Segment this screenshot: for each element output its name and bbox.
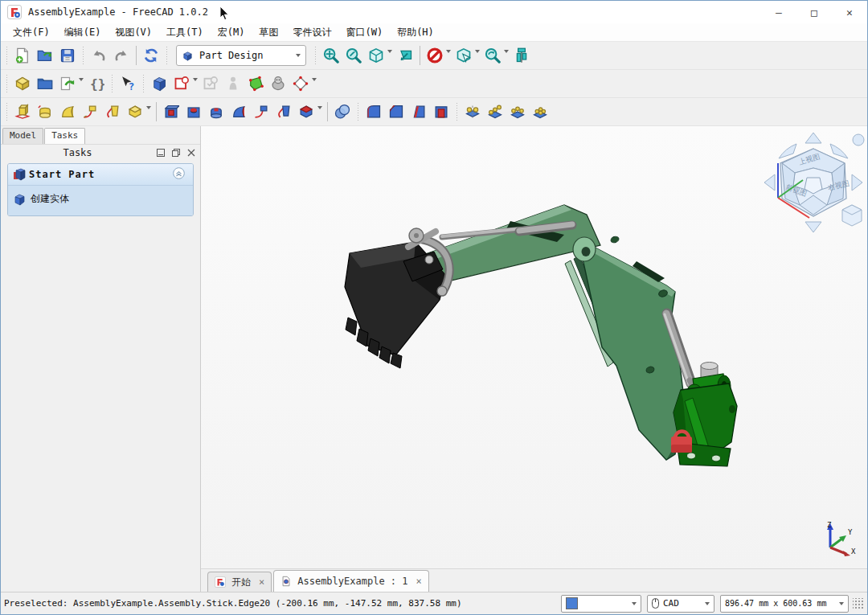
additive-loft-button[interactable] xyxy=(56,100,79,123)
menu-window[interactable]: 窗口(W) xyxy=(338,24,390,41)
3d-viewport[interactable]: 上视图 前视图 右视图 xyxy=(201,126,867,568)
toolbar-grip[interactable] xyxy=(455,103,459,121)
chevron-down-icon[interactable] xyxy=(79,78,84,81)
mdi-tab-0[interactable]: 开始× xyxy=(207,572,272,592)
resize-grip[interactable] xyxy=(853,598,864,609)
create-group-button[interactable] xyxy=(34,72,56,95)
refresh-button[interactable] xyxy=(140,44,162,67)
chevron-down-icon[interactable] xyxy=(312,78,317,81)
zoom-tools-button[interactable] xyxy=(481,44,504,67)
thickness-button[interactable] xyxy=(430,100,452,123)
subtractive-pipe-button[interactable] xyxy=(250,100,272,123)
tab-close-icon[interactable]: × xyxy=(416,576,422,587)
linear-pattern-button[interactable] xyxy=(484,100,506,123)
navigation-cube[interactable]: 上视图 前视图 右视图 xyxy=(761,131,866,237)
hole-button[interactable] xyxy=(182,100,205,123)
chevron-down-icon[interactable] xyxy=(446,50,451,53)
create-solid-item[interactable]: 创建实体 xyxy=(13,192,188,206)
panel-minimize-icon[interactable] xyxy=(154,146,167,159)
chevron-down-icon[interactable] xyxy=(504,50,509,53)
chamfer-button[interactable] xyxy=(385,100,407,123)
create-body-button[interactable] xyxy=(148,72,170,95)
subtractive-loft-button[interactable] xyxy=(227,100,250,123)
measure-button[interactable] xyxy=(510,44,533,67)
color-dropdown[interactable] xyxy=(561,595,641,613)
chevron-down-icon[interactable] xyxy=(387,50,392,53)
draw-style-button[interactable] xyxy=(452,44,475,67)
toolbar-grip[interactable] xyxy=(165,47,169,64)
additive-helix-button[interactable] xyxy=(101,100,124,123)
menu-part-design[interactable]: 零件设计 xyxy=(285,24,338,41)
collapse-chevron-icon[interactable] xyxy=(173,167,188,182)
navcube-arrow-down[interactable] xyxy=(805,222,821,232)
whats-this-button[interactable]: ? xyxy=(117,72,139,95)
mdi-tab-1[interactable]: AssemblyExample : 1× xyxy=(273,570,429,592)
polar-pattern-button[interactable] xyxy=(506,100,529,123)
subtractive-helix-button[interactable] xyxy=(272,100,295,123)
additive-pipe-button[interactable] xyxy=(79,100,101,123)
mirrored-button[interactable] xyxy=(461,100,484,123)
create-part-button[interactable] xyxy=(11,72,34,95)
menu-edit[interactable]: 编辑(E) xyxy=(57,24,108,41)
panel-float-icon[interactable] xyxy=(170,146,182,159)
navcube-rotate-ccw[interactable] xyxy=(779,144,796,158)
expression-button[interactable]: {} xyxy=(85,72,108,95)
multi-transform-button[interactable] xyxy=(529,100,551,123)
toolbar-grip[interactable] xyxy=(356,103,360,121)
select-face-button[interactable] xyxy=(244,72,267,95)
chevron-down-icon[interactable] xyxy=(193,78,198,81)
toolbar-grip[interactable] xyxy=(5,47,9,64)
menu-view[interactable]: 视图(V) xyxy=(108,24,159,41)
groove-button[interactable] xyxy=(205,100,227,123)
open-button[interactable] xyxy=(34,44,56,67)
toolbar-grip[interactable] xyxy=(313,47,317,64)
menu-sketch[interactable]: 草图 xyxy=(252,24,285,41)
fillet-button[interactable] xyxy=(362,100,385,123)
menu-help[interactable]: 帮助(H) xyxy=(390,24,441,41)
navcube-mini-cube[interactable] xyxy=(842,205,862,226)
zoom-fit-all-button[interactable] xyxy=(320,44,342,67)
redo-button[interactable] xyxy=(110,44,133,67)
panel-tab-tasks[interactable]: Tasks xyxy=(44,128,85,144)
make-link-button[interactable] xyxy=(56,72,79,95)
tab-close-icon[interactable]: × xyxy=(259,576,264,588)
toolbar-grip[interactable] xyxy=(110,75,114,92)
navcube-arrow-left[interactable] xyxy=(764,174,775,191)
pad-button[interactable] xyxy=(11,100,34,123)
panel-close-icon[interactable] xyxy=(185,146,198,159)
undo-button[interactable] xyxy=(88,44,110,67)
menu-tools[interactable]: 工具(T) xyxy=(159,24,211,41)
menu-file[interactable]: 文件(F) xyxy=(6,24,57,41)
create-sketch-button[interactable] xyxy=(170,72,193,95)
navigation-style-dropdown[interactable]: CAD xyxy=(647,595,714,613)
workbench-selector[interactable]: Part Design xyxy=(176,45,306,66)
new-document-button[interactable] xyxy=(11,44,34,67)
pocket-button[interactable] xyxy=(160,100,182,123)
zoom-selection-button[interactable] xyxy=(342,44,365,67)
boolean-button[interactable] xyxy=(331,100,354,123)
panel-tab-model[interactable]: Model xyxy=(2,128,43,144)
navcube-circle-button[interactable] xyxy=(853,134,864,146)
dimension-dropdown[interactable]: 896.47 mm x 600.63 mm xyxy=(720,595,849,613)
menu-macro[interactable]: 宏(M) xyxy=(211,24,252,41)
start-part-header[interactable]: Start Part xyxy=(8,164,193,186)
navcube-arrow-up[interactable] xyxy=(805,133,821,143)
additive-primitive-button[interactable] xyxy=(124,100,146,123)
clipping-button[interactable] xyxy=(424,44,446,67)
chevron-down-icon[interactable] xyxy=(317,106,322,109)
navcube-arrow-right[interactable] xyxy=(852,174,862,191)
create-datum-button[interactable] xyxy=(289,72,312,95)
box-zoom-button[interactable] xyxy=(394,44,416,67)
revolution-button[interactable] xyxy=(34,100,56,123)
toolbar-grip[interactable] xyxy=(5,75,9,92)
axonometric-button[interactable] xyxy=(365,44,387,67)
toolbar-grip[interactable] xyxy=(141,75,145,92)
chevron-down-icon[interactable] xyxy=(475,50,480,53)
maximize-button[interactable]: □ xyxy=(796,1,832,23)
minimize-button[interactable]: – xyxy=(761,1,796,23)
draft-button[interactable] xyxy=(407,100,430,123)
toolbar-grip[interactable] xyxy=(81,47,85,64)
save-button[interactable] xyxy=(56,44,79,67)
subtractive-primitive-button[interactable] xyxy=(295,100,317,123)
chevron-down-icon[interactable] xyxy=(146,106,151,109)
